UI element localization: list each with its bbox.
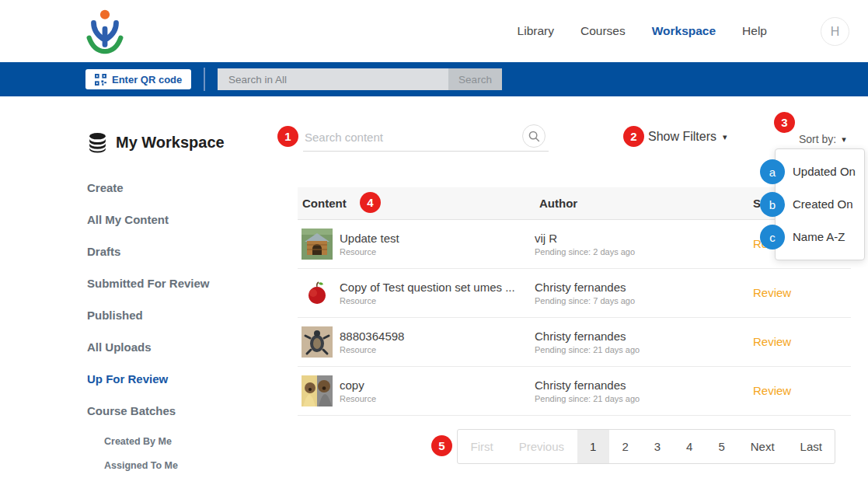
status-cell: Review (748, 384, 851, 398)
content-type: Resource (340, 247, 399, 256)
sidebar: My Workspace Create All My Content Draft… (87, 132, 274, 484)
annotation-badge-2: 2 (623, 126, 644, 147)
pending-since: Pending since: 21 days ago (535, 394, 748, 403)
content-cell: Update test Resource (298, 229, 535, 260)
sidebar-item-create[interactable]: Create (87, 181, 274, 194)
enter-qr-code-label: Enter QR code (112, 74, 182, 85)
caret-down-icon: ▾ (842, 134, 846, 145)
title-block: Update test Resource (340, 232, 399, 256)
title-block: copy Resource (340, 379, 376, 403)
pagination-last[interactable]: Last (787, 430, 835, 463)
sort-by-toggle[interactable]: Sort by: ▾ (799, 133, 846, 145)
content-search-button[interactable] (522, 124, 546, 148)
status-cell: Review (748, 335, 851, 349)
review-link[interactable]: Review (748, 335, 791, 348)
search-icon (528, 131, 540, 142)
caret-down-icon: ▾ (723, 132, 727, 142)
sort-option-created-on[interactable]: Created On (776, 188, 864, 221)
sidebar-item-drafts[interactable]: Drafts (87, 245, 274, 258)
show-filters-toggle[interactable]: Show Filters ▾ (648, 130, 727, 144)
sort-option-name-az[interactable]: Name A-Z (776, 221, 864, 253)
content-type: Resource (340, 296, 515, 305)
nav-courses[interactable]: Courses (580, 24, 626, 38)
content-title[interactable]: 8880364598 (340, 330, 404, 343)
pagination-page-4[interactable]: 4 (674, 430, 706, 463)
global-search-button[interactable]: Search (448, 68, 502, 90)
thumb-apple-image (302, 277, 333, 309)
sidebar-header: My Workspace (87, 132, 274, 153)
pagination-first[interactable]: First (458, 430, 506, 463)
sort-by-label: Sort by: (799, 133, 836, 145)
author-name: Christy fernandes (535, 379, 748, 392)
annotation-badge-5: 5 (431, 435, 452, 456)
annotation-badge-a: a (760, 159, 785, 184)
content-search-input[interactable] (305, 126, 507, 148)
avatar[interactable]: H (821, 17, 849, 46)
pagination-page-3[interactable]: 3 (641, 430, 673, 463)
content-type: Resource (340, 394, 376, 403)
pagination-page-1[interactable]: 1 (577, 430, 609, 463)
nav-library[interactable]: Library (518, 24, 554, 38)
sidebar-subitem-assigned-to-me[interactable]: Assigned To Me (104, 460, 274, 471)
table-row[interactable]: Copy of Test question set umes ... Resou… (298, 269, 851, 318)
thumb-turtle-image (302, 326, 333, 358)
sidebar-item-published[interactable]: Published (87, 309, 274, 322)
table-row[interactable]: 8880364598 Resource Christy fernandes Pe… (298, 318, 851, 367)
sidebar-item-all-uploads[interactable]: All Uploads (87, 340, 274, 354)
status-cell: Review (748, 286, 851, 300)
pagination: First Previous 1 2 3 4 5 Next Last (457, 429, 835, 464)
content-cell: copy Resource (298, 375, 535, 406)
table-row[interactable]: copy Resource Christy fernandes Pending … (298, 367, 851, 416)
author-name: Christy fernandes (535, 330, 748, 343)
pagination-page-2[interactable]: 2 (609, 430, 641, 463)
thumb-doghouse-image (302, 229, 333, 260)
title-block: 8880364598 Resource (340, 330, 404, 354)
title-block: Copy of Test question set umes ... Resou… (340, 281, 515, 305)
annotation-badge-c: c (760, 225, 785, 249)
enter-qr-code-button[interactable]: Enter QR code (85, 69, 191, 89)
author-name: vij R (535, 232, 748, 245)
annotation-badge-3: 3 (774, 112, 795, 133)
pagination-next[interactable]: Next (737, 430, 787, 463)
show-filters-label: Show Filters (648, 130, 716, 144)
content-cell: 8880364598 Resource (298, 326, 535, 358)
author-name: Christy fernandes (535, 281, 748, 294)
column-header-content: Content (298, 197, 535, 210)
divider (204, 68, 205, 91)
sort-dropdown-menu: Updated On Created On Name A-Z (775, 148, 865, 260)
sidebar-subitem-created-by-me[interactable]: Created By Me (104, 436, 274, 447)
avatar-initial: H (831, 25, 840, 39)
thumb-puppies-image (302, 375, 333, 406)
qr-search-bar: Enter QR code Search (0, 62, 868, 96)
author-cell: Christy fernandes Pending since: 21 days… (535, 330, 748, 354)
pagination-previous[interactable]: Previous (506, 430, 577, 463)
global-search-input[interactable] (218, 68, 448, 90)
pagination-page-5[interactable]: 5 (706, 430, 737, 463)
pending-since: Pending since: 7 days ago (535, 296, 748, 305)
author-cell: vij R Pending since: 2 days ago (535, 232, 748, 256)
pending-since: Pending since: 21 days ago (535, 345, 748, 354)
content-title[interactable]: copy (340, 379, 376, 392)
review-link[interactable]: Review (748, 384, 791, 397)
nav-workspace[interactable]: Workspace (652, 24, 716, 38)
author-cell: Christy fernandes Pending since: 7 days … (535, 281, 748, 305)
review-link[interactable]: Review (748, 286, 791, 299)
sidebar-item-submitted-for-review[interactable]: Submitted For Review (87, 277, 274, 290)
content-title[interactable]: Copy of Test question set umes ... (340, 281, 515, 294)
top-header: Library Courses Workspace Help H (0, 0, 868, 62)
annotation-badge-b: b (760, 192, 785, 217)
column-header-author: Author (535, 197, 748, 210)
brand-logo-icon (82, 7, 127, 55)
content-search (303, 123, 549, 152)
sort-option-updated-on[interactable]: Updated On (776, 155, 864, 188)
content-cell: Copy of Test question set umes ... Resou… (298, 277, 535, 309)
pending-since: Pending since: 2 days ago (535, 247, 748, 256)
sidebar-item-up-for-review[interactable]: Up For Review (87, 372, 274, 386)
annotation-badge-1: 1 (277, 126, 298, 147)
sidebar-item-course-batches[interactable]: Course Batches (87, 404, 274, 417)
sidebar-item-all-my-content[interactable]: All My Content (87, 213, 274, 226)
nav-help[interactable]: Help (742, 24, 767, 38)
qr-code-icon (95, 74, 106, 85)
content-title[interactable]: Update test (340, 232, 399, 245)
database-icon (87, 132, 108, 153)
